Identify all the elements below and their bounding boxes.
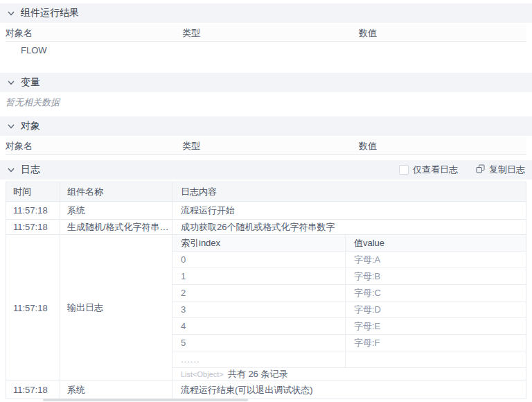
nested-table-footer: List<Object> 共有 26 条记录: [172, 367, 526, 381]
index-cell: 2: [172, 285, 346, 301]
log-time: 11:57:18: [6, 381, 60, 399]
chevron-down-icon: [7, 78, 15, 87]
log-row: 11:57:18 生成随机/格式化字符串… 成功获取26个随机或格式化字符串数字: [6, 219, 526, 234]
log-component: 输出日志: [60, 235, 172, 381]
table-row[interactable]: FLOW: [6, 42, 526, 58]
log-row: 11:57:18 系统 流程运行结束(可以退出调试状态): [6, 381, 526, 399]
only-view-logs-label: 仅查看日志: [413, 164, 458, 176]
log-component: 系统: [60, 381, 172, 399]
log-component: 生成随机/格式化字符串…: [60, 220, 172, 234]
value-cell: 字母:B: [346, 268, 526, 284]
value-cell: 字母:E: [346, 318, 526, 334]
nested-row-ellipsis: ......: [172, 351, 526, 367]
log-time: 11:57:18: [6, 235, 60, 381]
debug-result-panel: 组件运行结果 对象名 类型 数值 FLOW 变量 暂无相关数据 对象 对象名 类…: [0, 3, 532, 399]
column-header-name: 对象名: [6, 27, 182, 40]
column-header-value: 数值: [359, 140, 526, 152]
value-cell: 字母:D: [346, 302, 526, 317]
section-header-objects[interactable]: 对象: [0, 116, 532, 136]
log-controls: 仅查看日志 复制日志: [399, 164, 525, 176]
index-cell: 3: [172, 302, 346, 317]
index-cell: 4: [172, 318, 346, 334]
section-header-variables[interactable]: 变量: [0, 73, 532, 92]
column-header-time: 时间: [6, 182, 60, 201]
log-table-header: 时间 组件名称 日志内容: [6, 182, 526, 201]
ellipsis-cell: ......: [172, 351, 346, 367]
nested-row: 0 字母:A: [172, 251, 526, 268]
value-cell: [346, 351, 526, 367]
chevron-down-icon: [7, 166, 15, 174]
log-row: 11:57:18 系统 流程运行开始: [6, 201, 526, 219]
column-header-content: 日志内容: [172, 182, 526, 201]
section-title: 对象: [21, 120, 40, 132]
log-content: 流程运行结束(可以退出调试状态): [172, 381, 526, 399]
log-content: 成功获取26个随机或格式化字符串数字: [172, 220, 526, 234]
column-header-value: 数值: [359, 27, 526, 40]
section-header-component-result[interactable]: 组件运行结果: [0, 3, 532, 23]
copy-logs-label: 复制日志: [489, 164, 525, 176]
nested-table-header: 索引index 值value: [172, 235, 526, 251]
value-cell: 字母:F: [346, 335, 526, 351]
list-type-tag: List<Object>: [181, 370, 224, 378]
nested-row: 5 字母:F: [172, 334, 526, 351]
empty-data-text: 暂无相关数据: [6, 96, 526, 110]
column-header-name: 对象名: [6, 140, 182, 152]
log-row-output: 11:57:18 输出日志 索引index 值value 0 字母:A 1 字母…: [6, 234, 526, 381]
value-cell: 字母:C: [346, 285, 526, 301]
log-content: 流程运行开始: [172, 202, 526, 219]
log-component: 系统: [60, 202, 172, 219]
result-table-header: 对象名 类型 数值: [6, 25, 526, 42]
object-table-header: 对象名 类型 数值: [6, 138, 526, 155]
nested-row: 2 字母:C: [172, 284, 526, 301]
chevron-down-icon: [7, 122, 15, 130]
column-header-component: 组件名称: [60, 182, 172, 201]
copy-icon: [476, 164, 485, 175]
section-title: 日志: [21, 164, 40, 176]
column-header-type: 类型: [182, 27, 359, 40]
only-view-logs-checkbox[interactable]: [399, 165, 409, 175]
nested-result-table: 索引index 值value 0 字母:A 1 字母:B 2 字母:C 3: [172, 235, 526, 381]
record-count-text: 共有 26 条记录: [228, 368, 288, 381]
value-cell: 字母:A: [346, 252, 526, 268]
log-table: 时间 组件名称 日志内容 11:57:18 系统 流程运行开始 11:57:18…: [6, 182, 526, 399]
copy-logs-button[interactable]: 复制日志: [476, 164, 525, 176]
nested-row: 3 字母:D: [172, 301, 526, 317]
column-header-index: 索引index: [172, 235, 346, 251]
section-title: 组件运行结果: [21, 7, 79, 19]
nested-row: 1 字母:B: [172, 268, 526, 284]
column-header-value: 值value: [346, 235, 526, 251]
log-time: 11:57:18: [6, 220, 60, 234]
horizontal-scrollbar-thumb[interactable]: [43, 399, 248, 401]
index-cell: 1: [172, 268, 346, 284]
index-cell: 5: [172, 335, 346, 351]
chevron-down-icon: [7, 9, 15, 17]
only-view-logs-toggle[interactable]: 仅查看日志: [399, 164, 458, 176]
column-header-type: 类型: [182, 140, 359, 152]
section-title: 变量: [21, 76, 40, 89]
log-time: 11:57:18: [6, 202, 60, 219]
nested-row: 4 字母:E: [172, 317, 526, 334]
index-cell: 0: [172, 252, 346, 268]
section-header-logs[interactable]: 日志 仅查看日志 复制日志: [0, 160, 532, 180]
result-object-name: FLOW: [6, 45, 182, 55]
